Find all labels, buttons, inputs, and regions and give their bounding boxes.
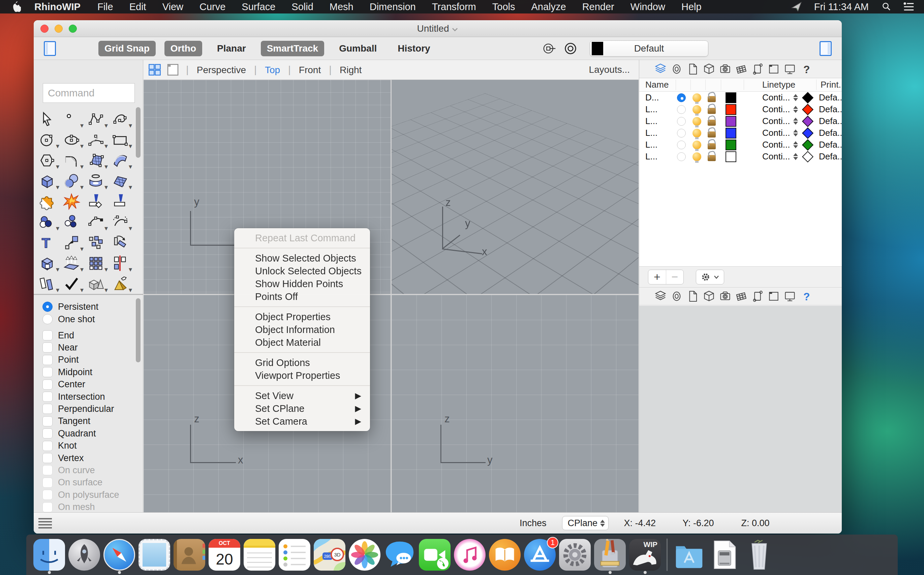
layer-visibility-bulb-icon[interactable]: [692, 94, 701, 102]
apple-menu-icon[interactable]: [11, 1, 21, 13]
panel-tab-notes-icon[interactable]: [751, 63, 764, 76]
panel-tab-box-icon[interactable]: [703, 290, 715, 303]
layer-row[interactable]: L... Conti... Defa...: [639, 127, 842, 139]
layer-row[interactable]: D... Conti... Defa...: [639, 92, 842, 103]
checkbox-icon[interactable]: [43, 416, 52, 426]
layer-color-swatch[interactable]: [726, 92, 736, 103]
panel-tab-layers-icon[interactable]: [654, 63, 667, 76]
context-item-set-view[interactable]: Set View▶: [234, 389, 370, 402]
concentric-circles-icon[interactable]: [563, 41, 578, 56]
context-item-set-camera[interactable]: Set Camera▶: [234, 415, 370, 428]
dock-disk-image[interactable]: [706, 535, 742, 575]
point-tool[interactable]: [63, 111, 81, 128]
solid-edit-tool[interactable]: [38, 254, 57, 272]
paper-plane-icon[interactable]: [790, 0, 803, 13]
layer-row[interactable]: L... Conti... Defa...: [639, 139, 842, 151]
panel-tab-layers-icon[interactable]: [654, 290, 667, 303]
layer-linetype[interactable]: Conti...: [762, 116, 798, 126]
osnap-perpendicular[interactable]: Perpendicular: [43, 403, 114, 415]
checkbox-icon[interactable]: [43, 355, 52, 365]
rotate-tool[interactable]: [111, 234, 130, 251]
checkbox-icon[interactable]: [43, 441, 52, 451]
panel-tab-notes-icon[interactable]: [751, 290, 764, 303]
layouts-button[interactable]: Layouts...: [589, 64, 630, 75]
osnap-mode-persistent[interactable]: Persistent: [43, 301, 98, 313]
osnap-near[interactable]: Near: [43, 342, 78, 353]
layer-color-swatch[interactable]: [726, 104, 736, 115]
four-pane-layout-icon[interactable]: [148, 63, 162, 76]
scale-tool[interactable]: [63, 234, 81, 251]
dock-photos[interactable]: [347, 535, 382, 575]
layer-print[interactable]: Defa...: [819, 128, 842, 138]
context-item-points-off[interactable]: Points Off: [234, 290, 370, 303]
toggle-planar[interactable]: Planar: [211, 41, 252, 56]
current-layer-dropdown[interactable]: Default: [590, 40, 708, 57]
osnap-scrollbar[interactable]: [136, 298, 141, 362]
layer-print[interactable]: Defa...: [819, 116, 842, 126]
box-tool[interactable]: [38, 172, 57, 190]
circle-tool[interactable]: [38, 131, 57, 149]
layer-print[interactable]: Defa...: [819, 140, 842, 150]
current-layer-radio[interactable]: [677, 105, 686, 114]
dock-ibooks[interactable]: [487, 535, 522, 575]
dock-facetime[interactable]: [417, 535, 452, 575]
command-input[interactable]: [43, 83, 135, 103]
layer-linetype[interactable]: Conti...: [762, 128, 798, 138]
layer-visibility-bulb-icon[interactable]: [692, 141, 701, 149]
plugins-tool[interactable]: [38, 193, 57, 210]
layer-name[interactable]: D...: [645, 92, 659, 103]
panel-tab-help-icon[interactable]: ?: [800, 63, 813, 76]
osnap-center[interactable]: Center: [43, 379, 85, 390]
layer-color-swatch[interactable]: [726, 116, 736, 127]
panel-tab-page-icon[interactable]: [686, 63, 699, 76]
layer-visibility-bulb-icon[interactable]: [692, 117, 701, 126]
dock-notes[interactable]: [242, 535, 277, 575]
toggle-smarttrack[interactable]: SmartTrack: [261, 41, 324, 56]
toggle-ortho[interactable]: Ortho: [164, 41, 202, 56]
menu-item-render[interactable]: Render: [574, 2, 622, 12]
panel-tab-camera-icon[interactable]: [719, 63, 732, 76]
mirror-tool[interactable]: [111, 254, 130, 272]
current-layer-radio[interactable]: [677, 94, 686, 102]
layer-material-diamond[interactable]: [804, 129, 812, 137]
checkbox-icon[interactable]: [43, 330, 52, 340]
panel-tab-monitor-icon[interactable]: [783, 290, 796, 303]
radio-icon[interactable]: [43, 314, 52, 324]
osnap-end[interactable]: End: [43, 330, 74, 341]
layer-material-diamond[interactable]: [804, 152, 812, 161]
checkbox-icon[interactable]: [43, 367, 52, 377]
osnap-mode-one-shot[interactable]: One shot: [43, 313, 95, 325]
viewport-tab-right[interactable]: Right: [338, 65, 364, 75]
surface-patch-tool[interactable]: [111, 172, 130, 190]
menu-item-curve[interactable]: Curve: [191, 2, 233, 12]
menu-item-transform[interactable]: Transform: [424, 2, 484, 12]
layer-color-swatch[interactable]: [726, 128, 736, 138]
adjust-curve-tool[interactable]: [87, 213, 106, 231]
context-item-viewport-properties[interactable]: Viewport Properties: [234, 369, 370, 382]
cylinder-tool[interactable]: [87, 172, 106, 190]
checkbox-icon[interactable]: [43, 404, 52, 414]
layer-lock-icon[interactable]: [708, 152, 716, 161]
context-item-object-information[interactable]: Object Information: [234, 323, 370, 336]
layer-lock-icon[interactable]: [708, 129, 716, 138]
group-tool[interactable]: [63, 213, 81, 231]
analyze-tool[interactable]: [63, 275, 81, 292]
viewport-tab-front[interactable]: Front: [297, 65, 323, 75]
trim-tool[interactable]: [87, 193, 106, 210]
title-bar[interactable]: Untitled: [34, 20, 842, 37]
layer-material-diamond[interactable]: [804, 117, 812, 125]
menu-item-tools[interactable]: Tools: [484, 2, 523, 12]
curved-surface-tool[interactable]: [111, 152, 130, 169]
context-item-object-material[interactable]: Object Material: [234, 336, 370, 349]
checkbox-icon[interactable]: [43, 453, 52, 463]
layer-linetype[interactable]: Conti...: [762, 92, 798, 103]
panel-tab-box-icon[interactable]: [703, 63, 715, 76]
dock-mail[interactable]: [137, 535, 172, 575]
polyline-tool[interactable]: [87, 111, 106, 128]
text-tool[interactable]: T: [38, 234, 57, 251]
menu-clock[interactable]: Fri 11:34 AM: [807, 2, 875, 13]
array-tool[interactable]: [87, 254, 106, 272]
checkbox-icon[interactable]: [43, 380, 52, 390]
dock-maps[interactable]: 2803D: [312, 535, 347, 575]
osnap-vertex[interactable]: Vertex: [43, 452, 84, 464]
